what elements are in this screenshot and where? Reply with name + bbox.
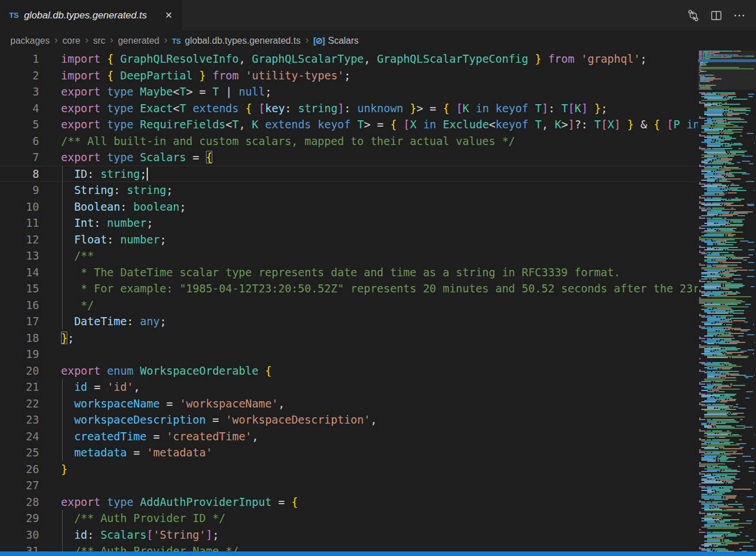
code-text: * The DateTime scalar type represents da… xyxy=(61,264,620,281)
code-text: export type Maybe<T> = T | null; xyxy=(61,83,272,100)
code-line-12[interactable]: 12 Float: number; xyxy=(0,231,698,248)
code-line-4[interactable]: 4export type Exact<T extends { [key: str… xyxy=(0,100,698,117)
indent-guide xyxy=(62,444,63,461)
breadcrumb-label: global.db.types.generated.ts xyxy=(185,36,300,45)
code-line-29[interactable]: 29 /** Auth Provider ID */ xyxy=(0,510,698,527)
line-number: 2 xyxy=(0,67,39,84)
code-text: */ xyxy=(61,297,94,314)
line-number: 13 xyxy=(0,247,39,264)
breadcrumb-label: Scalars xyxy=(328,36,358,45)
code-text: import { GraphQLResolveInfo, GraphQLScal… xyxy=(61,51,647,67)
line-number: 21 xyxy=(0,379,39,395)
code-line-9[interactable]: 9 String: string; xyxy=(0,182,698,199)
code-line-21[interactable]: 21 id = 'id', xyxy=(0,379,698,395)
text-cursor xyxy=(147,167,148,181)
code-pane[interactable]: 1import { GraphQLResolveInfo, GraphQLSca… xyxy=(0,51,698,551)
code-line-3[interactable]: 3export type Maybe<T> = T | null; xyxy=(0,83,698,100)
code-line-8[interactable]: 8 ID: string; xyxy=(0,166,698,182)
breadcrumb-item-packages[interactable]: packages xyxy=(10,36,50,46)
breadcrumb-separator-icon: › xyxy=(55,34,58,46)
code-text: /** Auth Provider ID */ xyxy=(61,510,226,527)
line-number: 22 xyxy=(0,395,39,412)
code-text: /** All built-in and custom scalars, map… xyxy=(61,133,515,150)
code-line-18[interactable]: 18}; xyxy=(0,330,698,346)
line-number: 31 xyxy=(0,543,39,551)
breadcrumb-item-global-db-types-generated-ts[interactable]: TSglobal.db.types.generated.ts xyxy=(172,36,300,46)
split-editor-icon[interactable] xyxy=(709,8,724,23)
breadcrumb-separator-icon: › xyxy=(110,34,113,46)
code-text: String: string; xyxy=(61,182,173,199)
code-line-28[interactable]: 28export type AddAuthProviderInput = { xyxy=(0,494,698,511)
code-text: export type RequireFields<T, K extends k… xyxy=(61,116,698,133)
breadcrumb-separator-icon: › xyxy=(85,34,89,46)
code-text: import { DeepPartial } from 'utility-typ… xyxy=(61,67,350,84)
tab-global-db-types-generated[interactable]: TS global.db.types.generated.ts ✕ xyxy=(0,0,182,31)
code-line-5[interactable]: 5export type RequireFields<T, K extends … xyxy=(0,116,698,133)
breadcrumb-item-generated[interactable]: generated xyxy=(118,36,159,46)
minimap-canvas xyxy=(698,51,756,551)
code-text: }; xyxy=(61,330,74,346)
indent-guide xyxy=(62,412,63,428)
indent-guide xyxy=(62,166,63,182)
code-line-31[interactable]: 31 /** Auth Provider Name */ xyxy=(0,543,698,551)
indent-guide xyxy=(62,297,63,314)
code-text: workspaceDescription = 'workspaceDescrip… xyxy=(61,412,377,428)
line-number: 20 xyxy=(0,363,39,379)
indent-guide xyxy=(62,379,63,395)
code-line-27[interactable]: 27 xyxy=(0,477,698,494)
indent-guide xyxy=(62,543,63,551)
code-text: } xyxy=(61,461,67,478)
code-line-7[interactable]: 7export type Scalars = { xyxy=(0,149,698,166)
line-number: 19 xyxy=(0,346,39,363)
breadcrumb-item-core[interactable]: core xyxy=(63,36,81,46)
code-line-25[interactable]: 25 metadata = 'metadata' xyxy=(0,444,698,461)
line-number: 15 xyxy=(0,280,39,297)
code-line-23[interactable]: 23 workspaceDescription = 'workspaceDesc… xyxy=(0,412,698,428)
code-line-26[interactable]: 26} xyxy=(0,461,698,478)
line-number: 6 xyxy=(0,133,39,150)
code-line-20[interactable]: 20export enum WorkspaceOrderable { xyxy=(0,363,698,379)
editor: 1import { GraphQLResolveInfo, GraphQLSca… xyxy=(0,51,756,551)
code-line-2[interactable]: 2import { DeepPartial } from 'utility-ty… xyxy=(0,67,698,84)
code-text: export type Exact<T extends { [key: stri… xyxy=(61,100,608,117)
code-line-30[interactable]: 30 id: Scalars['String']; xyxy=(0,527,698,543)
code-line-13[interactable]: 13 /** xyxy=(0,247,698,264)
minimap[interactable] xyxy=(698,51,756,551)
indent-guide xyxy=(62,313,63,330)
line-number: 30 xyxy=(0,527,39,543)
indent-guide xyxy=(62,199,63,215)
line-number: 3 xyxy=(0,83,39,100)
minimap-slider[interactable] xyxy=(698,51,756,90)
minimap-current-line xyxy=(698,59,756,62)
breadcrumb-item-scalars[interactable]: [⊘]Scalars xyxy=(313,36,358,46)
code-text: export type AddAuthProviderInput = { xyxy=(61,494,298,511)
tab-label: global.db.types.generated.ts xyxy=(24,10,147,21)
code-text: Boolean: boolean; xyxy=(61,199,186,215)
line-number: 9 xyxy=(0,182,39,199)
close-icon[interactable]: ✕ xyxy=(162,9,176,22)
code-text: ID: string; xyxy=(61,166,148,182)
line-number: 28 xyxy=(0,494,39,511)
indent-guide xyxy=(62,428,63,445)
code-line-24[interactable]: 24 createdTime = 'createdTime', xyxy=(0,428,698,445)
line-number: 16 xyxy=(0,297,39,314)
code-line-16[interactable]: 16 */ xyxy=(0,297,698,314)
breadcrumb-item-src[interactable]: src xyxy=(93,36,105,46)
code-line-11[interactable]: 11 Int: number; xyxy=(0,215,698,231)
code-line-10[interactable]: 10 Boolean: boolean; xyxy=(0,199,698,215)
open-changes-icon[interactable] xyxy=(686,8,701,23)
code-line-14[interactable]: 14 * The DateTime scalar type represents… xyxy=(0,264,698,281)
code-line-17[interactable]: 17 DateTime: any; xyxy=(0,313,698,330)
line-number: 24 xyxy=(0,428,39,445)
code-line-6[interactable]: 6/** All built-in and custom scalars, ma… xyxy=(0,133,698,150)
line-number: 12 xyxy=(0,231,39,248)
indent-guide xyxy=(62,527,63,543)
more-actions-icon[interactable] xyxy=(732,8,747,23)
code-line-1[interactable]: 1import { GraphQLResolveInfo, GraphQLSca… xyxy=(0,51,698,67)
code-line-19[interactable]: 19 xyxy=(0,346,698,363)
line-number: 7 xyxy=(0,149,39,166)
code-line-22[interactable]: 22 workspaceName = 'workspaceName', xyxy=(0,395,698,412)
tab-bar: TS global.db.types.generated.ts ✕ xyxy=(0,0,756,31)
code-line-15[interactable]: 15 * For example: "1985-04-12T23:20:50.5… xyxy=(0,280,698,297)
line-number: 10 xyxy=(0,199,39,215)
